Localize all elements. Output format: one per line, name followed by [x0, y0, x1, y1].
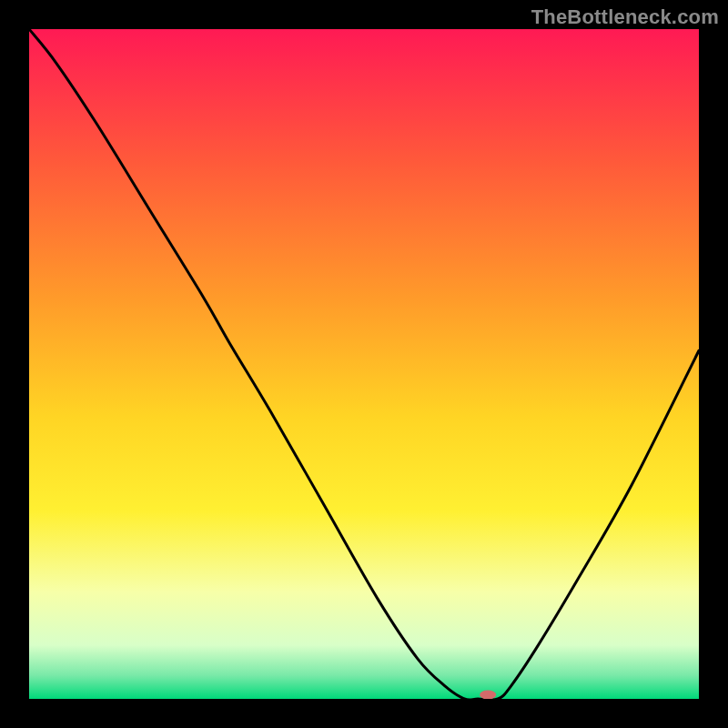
- watermark-text: TheBottleneck.com: [531, 5, 719, 29]
- chart-container: TheBottleneck.com: [0, 0, 728, 728]
- chart-svg: [29, 29, 699, 699]
- gradient-background: [29, 29, 699, 699]
- plot-area: [29, 29, 699, 699]
